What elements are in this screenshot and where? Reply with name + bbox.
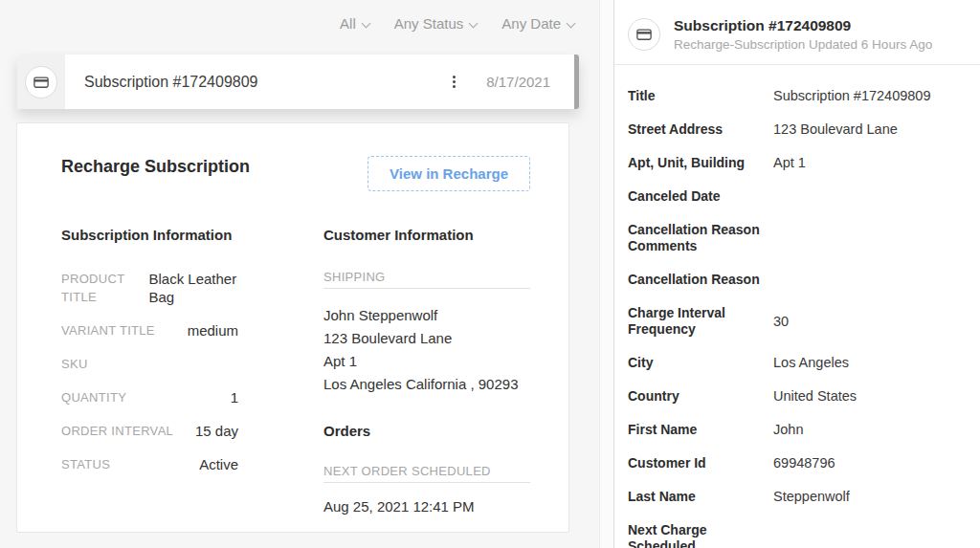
field-label: Cancellation Reason (628, 272, 768, 288)
field-row: Next Charge Scheduled (628, 522, 961, 548)
field-label: SKU (61, 355, 229, 373)
field-label: Customer Id (628, 455, 768, 471)
field-label: PRODUCT TITLE (61, 270, 139, 306)
customer-info-heading: Customer Information (323, 227, 530, 243)
field-label: QUANTITY (61, 388, 221, 406)
subscription-field-list: PRODUCT TITLE Black Leather Bag VARIANT … (61, 270, 238, 473)
chevron-down-icon (469, 19, 479, 29)
field-label: City (628, 355, 768, 371)
field-row: VARIANT TITLE medium (61, 321, 238, 340)
recharge-subscription-card: Recharge Subscription View in Recharge S… (16, 122, 569, 533)
field-row: STATUS Active (61, 455, 238, 473)
customer-information-section: Customer Information SHIPPING John Stepp… (323, 227, 530, 515)
field-row: Canceled Date (628, 188, 961, 205)
side-panel-header: Subscription #172409809 Recharge-Subscri… (614, 0, 980, 65)
field-row: PRODUCT TITLE Black Leather Bag (61, 270, 238, 306)
event-date: 8/17/2021 (486, 74, 550, 90)
side-panel-header-text: Subscription #172409809 Recharge-Subscri… (674, 17, 932, 52)
field-label: Title (628, 88, 768, 104)
field-row: Cancellation Reason (628, 272, 961, 288)
field-label: Charge Interval Frequency (628, 305, 768, 338)
chevron-down-icon (567, 19, 576, 29)
address-line: John Steppenwolf (323, 304, 530, 327)
event-icon-cell (17, 55, 65, 109)
app-root: All Any Status Any Date Subscription #17… (0, 0, 980, 548)
side-panel-field-list: Title Subscription #172409809 Street Add… (614, 65, 980, 548)
integration-side-panel: Subscription #172409809 Recharge-Subscri… (613, 0, 980, 548)
credit-card-icon (25, 66, 57, 99)
field-value: medium (188, 321, 238, 340)
field-value: Apt 1 (773, 155, 806, 171)
filter-all-dropdown[interactable]: All (340, 15, 369, 32)
field-value: John (773, 422, 803, 438)
kebab-menu-icon[interactable] (447, 70, 461, 94)
event-title: Subscription #172409809 (84, 74, 257, 91)
address-line: 123 Boulevard Lane (323, 327, 530, 350)
field-value: 1 (231, 388, 238, 406)
field-value: 69948796 (773, 455, 835, 471)
field-row: Country United States (628, 388, 961, 405)
field-value: 123 Boulevard Lane (773, 121, 898, 138)
next-order-label: NEXT ORDER SCHEDULED (323, 464, 530, 483)
field-row: City Los Angeles (628, 355, 961, 371)
field-value: Los Angeles (773, 355, 849, 371)
field-value: Active (199, 455, 238, 473)
subscription-information-section: Subscription Information PRODUCT TITLE B… (61, 227, 238, 515)
field-label: ORDER INTERVAL (61, 422, 186, 440)
field-label: Apt, Unit, Building (628, 155, 768, 171)
field-row: Customer Id 69948796 (628, 455, 961, 471)
filter-status-label: Any Status (394, 15, 464, 32)
field-row: QUANTITY 1 (61, 388, 238, 406)
subscription-info-heading: Subscription Information (61, 227, 238, 243)
filter-bar: All Any Status Any Date (340, 15, 574, 32)
shipping-address: John Steppenwolf 123 Boulevard Lane Apt … (323, 304, 530, 396)
field-value: Subscription #172409809 (773, 88, 930, 104)
card-heading: Recharge Subscription (61, 157, 250, 177)
field-label: Canceled Date (628, 188, 768, 205)
next-order-value: Aug 25, 2021 12:41 PM (323, 498, 530, 515)
field-label: First Name (628, 422, 768, 438)
field-row: ORDER INTERVAL 15 day (61, 422, 238, 440)
field-label: Cancellation Reason Comments (628, 222, 768, 254)
credit-card-icon (628, 18, 660, 51)
field-label: Next Charge Scheduled (628, 522, 768, 548)
field-row: Street Address 123 Boulevard Lane (628, 121, 961, 138)
field-row: Charge Interval Frequency 30 (628, 305, 961, 338)
field-row: Cancellation Reason Comments (628, 222, 961, 254)
field-label: Street Address (628, 121, 768, 138)
view-in-recharge-button[interactable]: View in Recharge (368, 156, 530, 191)
field-label: Last Name (628, 489, 768, 505)
field-value: 15 day (195, 422, 238, 440)
shipping-label: SHIPPING (323, 270, 530, 289)
orders-heading: Orders (323, 423, 530, 439)
field-row: SKU (61, 355, 238, 373)
field-value: United States (773, 388, 857, 405)
card-columns: Subscription Information PRODUCT TITLE B… (61, 227, 530, 515)
filter-all-label: All (340, 15, 356, 32)
field-label: Country (628, 388, 768, 405)
field-value: Black Leather Bag (148, 270, 238, 306)
field-label: STATUS (61, 455, 189, 473)
field-value: 30 (773, 314, 789, 330)
side-panel-title: Subscription #172409809 (674, 17, 932, 34)
filter-date-label: Any Date (501, 15, 561, 32)
filter-status-dropdown[interactable]: Any Status (394, 15, 478, 32)
address-line: Los Angeles California , 90293 (323, 373, 530, 396)
subscription-event-header[interactable]: Subscription #172409809 8/17/2021 (17, 55, 579, 109)
field-row: First Name John (628, 422, 961, 438)
field-row: Apt, Unit, Building Apt 1 (628, 155, 961, 171)
left-pane-scrollbar[interactable] (599, 0, 613, 548)
field-label: VARIANT TITLE (61, 321, 178, 340)
field-row: Last Name Steppenwolf (628, 489, 961, 505)
filter-date-dropdown[interactable]: Any Date (501, 15, 574, 32)
address-line: Apt 1 (323, 350, 530, 373)
side-panel-subtitle: Recharge-Subscription Updated 6 Hours Ag… (674, 37, 932, 52)
field-value: Steppenwolf (773, 489, 850, 505)
card-top-row: Recharge Subscription View in Recharge (61, 149, 530, 191)
field-row: Title Subscription #172409809 (628, 88, 961, 104)
tickets-pane: All Any Status Any Date Subscription #17… (0, 0, 613, 548)
chevron-down-icon (361, 19, 370, 29)
